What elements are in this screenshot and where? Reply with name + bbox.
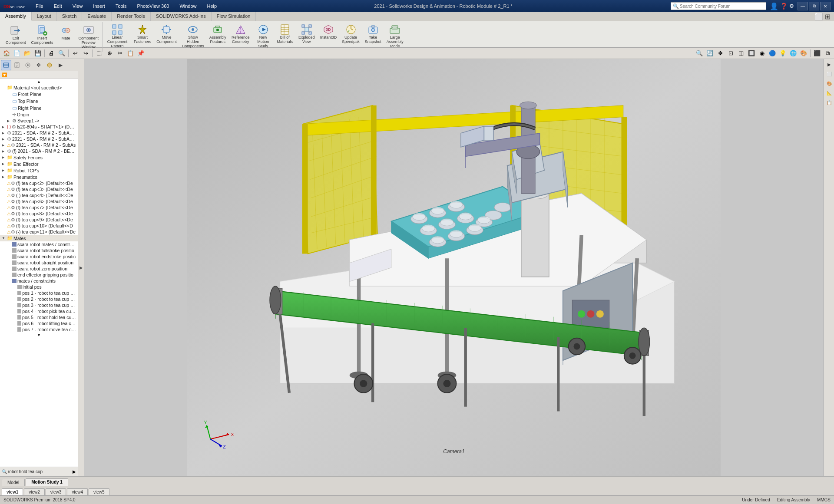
tree-scara-full[interactable]: scara robot fullstroke positio	[0, 247, 78, 254]
tree-teacup7[interactable]: ⚠ ⚙ (f) tea cup<7> (Default<<De	[0, 204, 78, 211]
tab-render-tools[interactable]: Render Tools	[112, 12, 151, 21]
smart-fasteners-button[interactable]: SmartFasteners	[132, 22, 153, 46]
component-preview-button[interactable]: ComponentPreviewWindow	[76, 23, 101, 51]
tree-teacup9[interactable]: ⚠ ⚙ (f) tea cup<9> (Default<<De	[0, 217, 78, 223]
show-hidden-button[interactable]: ShowHiddenComponents	[180, 22, 206, 50]
menu-photoview[interactable]: PhotoView 360	[135, 3, 172, 9]
tree-pos5[interactable]: pos 5 - robot hold tea cup a ..	[0, 314, 78, 320]
tree-scara-zero[interactable]: scara robot zero position	[0, 266, 78, 272]
restore-button[interactable]: ⧉	[809, 2, 819, 10]
tree-right-plane[interactable]: ▭ Right Plane	[0, 105, 78, 112]
tree-pneumatics[interactable]: ▶ 📁 Pneumatics	[0, 174, 78, 180]
menu-view[interactable]: View	[70, 3, 86, 9]
open-btn[interactable]: 📂	[23, 49, 32, 58]
update-speedpak-button[interactable]: UpdateSpeedpak	[340, 22, 362, 46]
view-display3[interactable]: 🔵	[768, 49, 777, 58]
tree-pos2[interactable]: pos 2 - robot to tea cup a (0..	[0, 296, 78, 302]
bill-of-materials-button[interactable]: Bill ofMaterials	[275, 22, 295, 46]
menu-window[interactable]: Window	[177, 3, 199, 9]
view-tab-1[interactable]: view1	[2, 488, 23, 495]
viewport[interactable]: X Y Z Camera1	[84, 59, 824, 476]
right-btn-3[interactable]: 🎨	[825, 79, 834, 88]
right-btn-2[interactable]: ⬜	[825, 69, 834, 78]
tree-sweep1[interactable]: ▶ ⚙ Sweep1 ->	[0, 118, 78, 124]
pin-btn[interactable]: 📌	[136, 49, 146, 58]
panel-expand-toggle[interactable]: ▶	[78, 59, 84, 476]
tree-mates[interactable]: ▼ 📁 Mates	[0, 235, 78, 241]
right-btn-1[interactable]: ▶	[825, 60, 834, 69]
tree-material[interactable]: 📁 Material <not specified>	[0, 84, 78, 91]
tree-end-gripping[interactable]: end effector gripping positio	[0, 272, 78, 278]
cut-btn[interactable]: ✂	[115, 49, 125, 58]
tree-scroll-up[interactable]: ▲	[0, 79, 78, 84]
undo-btn[interactable]: ↩	[70, 49, 80, 58]
view-tab-5[interactable]: view5	[89, 488, 109, 495]
tree-scara-end[interactable]: scara robot endstroke positic	[0, 254, 78, 260]
tree-teacup2[interactable]: ⚠ ⚙ (f) tea cup<2> (Default<<De	[0, 180, 78, 186]
tree-teacup4[interactable]: ⚠ ⚙ (-) tea cup<4> (Default<<De	[0, 192, 78, 198]
new-btn[interactable]: 📄	[12, 49, 22, 58]
menu-file[interactable]: File	[33, 3, 46, 9]
view-pan[interactable]: ✥	[715, 49, 725, 58]
large-assembly-button[interactable]: LargeAssemblyMode	[384, 22, 406, 50]
view-lights[interactable]: 💡	[778, 49, 788, 58]
view-display1[interactable]: 🔲	[747, 49, 756, 58]
tree-pos3[interactable]: pos 3 - robot to tea cup a (0..	[0, 302, 78, 308]
tree-sda2[interactable]: ▶ ⚙ 2021 - SDA - RM # 2 - SubAssy - f	[0, 136, 78, 142]
menu-tools[interactable]: Tools	[113, 3, 129, 9]
panel-properties-btn[interactable]	[12, 60, 22, 70]
tree-teacup6[interactable]: ⚠ ⚙ (f) tea cup<6> (Default<<De	[0, 198, 78, 204]
tree-pos1[interactable]: pos 1 - robot to tea cup a (0..	[0, 290, 78, 296]
assembly-features-button[interactable]: AssemblyFeatures	[207, 22, 228, 46]
tab-assembly[interactable]: Assembly	[0, 12, 32, 21]
view-orient[interactable]: ⊡	[726, 49, 735, 58]
tab-addins[interactable]: SOLIDWORKS Add-Ins	[151, 12, 212, 21]
view-tab-2[interactable]: view2	[24, 488, 45, 495]
tree-top-plane[interactable]: ▭ Top Plane	[0, 98, 78, 105]
view-appearance[interactable]: 🎨	[799, 49, 808, 58]
tree-pos6[interactable]: pos 6 - robot lifting tea cup a	[0, 320, 78, 326]
tab-motion-study-1[interactable]: Motion Study 1	[26, 478, 68, 486]
tab-evaluate[interactable]: Evaluate	[82, 12, 112, 21]
tab-flow[interactable]: Flow Simulation	[212, 12, 256, 21]
tree-front-plane[interactable]: ▭ Front Plane	[0, 91, 78, 98]
view-display2[interactable]: ◉	[757, 49, 767, 58]
right-btn-4[interactable]: 📐	[825, 89, 834, 97]
window-maximize[interactable]: ⬛	[812, 49, 822, 58]
right-btn-5[interactable]: 📋	[825, 98, 834, 107]
tree-pos4[interactable]: pos 4 - robot pick tea cup a (	[0, 308, 78, 314]
tree-teacup10[interactable]: ⚠ ⚙ (f) tea cup<10> (Default<<D	[0, 223, 78, 229]
save-btn[interactable]: 💾	[33, 49, 43, 58]
minimize-button[interactable]: —	[798, 2, 808, 10]
tab-sketch[interactable]: Sketch	[57, 12, 83, 21]
new-motion-study-button[interactable]: NewMotionStudy	[253, 22, 274, 50]
menu-help[interactable]: Help	[205, 3, 220, 9]
search-input[interactable]	[680, 4, 758, 9]
view-scene[interactable]: 🌐	[788, 49, 798, 58]
tree-end-effector[interactable]: ▶ 📁 End Effector	[0, 161, 78, 167]
tree-belt[interactable]: ▶ ⚙ (f) 2021 - SDA - RM # 2 - BELT CC	[0, 148, 78, 154]
tree-scara-mates[interactable]: scara robot mates / constrain	[0, 241, 78, 247]
view-tab-4[interactable]: view4	[67, 488, 88, 495]
menu-edit[interactable]: Edit	[51, 3, 65, 9]
view3d-btn[interactable]: ⊕	[105, 49, 114, 58]
redo-btn[interactable]: ↪	[81, 49, 90, 58]
tab-model[interactable]: Model	[2, 479, 25, 486]
view-section[interactable]: ◫	[736, 49, 746, 58]
exit-component-button[interactable]: ExitComponent	[3, 23, 28, 51]
home-btn[interactable]: 🏠	[2, 49, 11, 58]
exploded-view-button[interactable]: ExplodedView	[296, 22, 317, 46]
menu-insert[interactable]: Insert	[90, 3, 108, 9]
tree-pos7[interactable]: pos 7 - robot move tea cup a	[0, 326, 78, 333]
tree-robot-tcps[interactable]: ▶ 📁 Robot TCP's	[0, 167, 78, 174]
tree-shaft[interactable]: ▶ (-) ⚙ ls20-804s - SHAFT<1> (Defau	[0, 124, 78, 130]
panel-move-btn[interactable]: ✥	[33, 60, 44, 70]
zoom-btn[interactable]: 🔍	[57, 49, 66, 58]
tree-mates-constraints[interactable]: mates / constraints	[0, 278, 78, 284]
window-restore2[interactable]: ⧉	[823, 49, 832, 58]
tree-teacup11[interactable]: ⚠ ⚙ (-) tea cup<11> (Default<<De	[0, 229, 78, 235]
reference-geometry-button[interactable]: ReferenceGeometry	[229, 22, 252, 46]
insert-components-button[interactable]: InsertComponents	[29, 23, 56, 51]
print-btn[interactable]: 🖨	[46, 49, 56, 58]
panel-featuretree-btn[interactable]	[1, 60, 11, 70]
